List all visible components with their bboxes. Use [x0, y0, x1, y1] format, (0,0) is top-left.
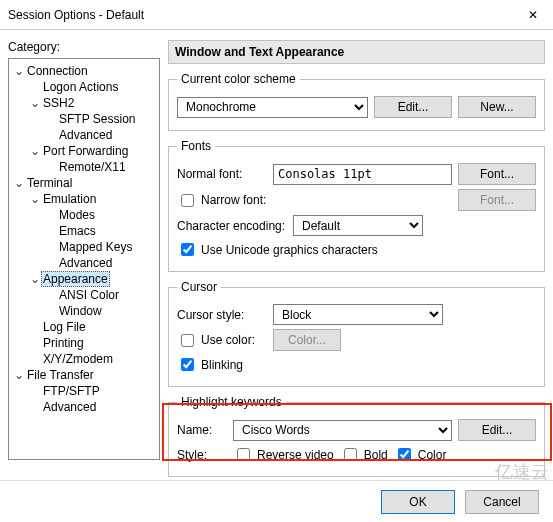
tree-item-ssh2[interactable]: ⌄SSH2 SFTP Session Advanced — [29, 95, 157, 143]
hl-name-select[interactable]: Cisco Words — [233, 420, 452, 441]
tree-item-ssh2-advanced[interactable]: Advanced — [45, 127, 157, 143]
cancel-button[interactable]: Cancel — [465, 490, 539, 514]
tree-item-window[interactable]: Window — [45, 303, 157, 319]
cursor-style-select[interactable]: Block — [273, 304, 443, 325]
highlight-legend: Highlight keywords — [177, 395, 286, 409]
tree-item-port-forwarding[interactable]: ⌄Port Forwarding Remote/X11 — [29, 143, 157, 175]
reverse-video-checkbox[interactable] — [237, 448, 250, 461]
tree-item-connection[interactable]: ⌄Connection Logon Actions ⌄SSH2 SFTP Ses… — [13, 63, 157, 175]
dialog-footer: OK Cancel — [0, 480, 553, 522]
use-color-label: Use color: — [201, 333, 255, 347]
tree-item-xyzmodem[interactable]: X/Y/Zmodem — [29, 351, 157, 367]
hl-style-label: Style: — [177, 448, 227, 462]
window-title: Session Options - Default — [8, 8, 521, 22]
dialog-content: Category: ⌄Connection Logon Actions ⌄SSH… — [0, 30, 553, 460]
category-label: Category: — [8, 40, 160, 54]
bold-checkbox[interactable] — [344, 448, 357, 461]
tree-item-emulation[interactable]: ⌄Emulation Modes Emacs Mapped Keys Advan… — [29, 191, 157, 271]
use-color-checkbox[interactable] — [181, 334, 194, 347]
title-bar: Session Options - Default ✕ — [0, 0, 553, 30]
narrow-font-button: Font... — [458, 189, 536, 211]
tree-item-terminal[interactable]: ⌄Terminal ⌄Emulation Modes Emacs Mapped … — [13, 175, 157, 367]
encoding-label: Character encoding: — [177, 219, 287, 233]
expand-icon[interactable]: ⌄ — [29, 191, 41, 207]
unicode-graphics-label: Use Unicode graphics characters — [201, 243, 378, 257]
expand-icon[interactable]: ⌄ — [29, 271, 41, 287]
tree-item-log-file[interactable]: Log File — [29, 319, 157, 335]
highlight-keywords-group: Highlight keywords Name: Cisco Words Edi… — [168, 395, 545, 477]
blinking-label: Blinking — [201, 358, 243, 372]
ok-button[interactable]: OK — [381, 490, 455, 514]
tree-item-printing[interactable]: Printing — [29, 335, 157, 351]
cursor-group: Cursor Cursor style: Block Use color: Co… — [168, 280, 545, 387]
hl-edit-button[interactable]: Edit... — [458, 419, 536, 441]
encoding-select[interactable]: Default — [293, 215, 423, 236]
tree-item-emu-advanced[interactable]: Advanced — [45, 255, 157, 271]
tree-item-remote-x11[interactable]: Remote/X11 — [45, 159, 157, 175]
tree-item-file-transfer[interactable]: ⌄File Transfer FTP/SFTP Advanced — [13, 367, 157, 415]
narrow-font-label: Narrow font: — [201, 193, 266, 207]
normal-font-label: Normal font: — [177, 167, 267, 181]
hl-name-label: Name: — [177, 423, 227, 437]
tree-item-ft-advanced[interactable]: Advanced — [29, 399, 157, 415]
cursor-color-button: Color... — [273, 329, 341, 351]
expand-icon[interactable]: ⌄ — [13, 63, 25, 79]
expand-icon[interactable]: ⌄ — [13, 175, 25, 191]
expand-icon[interactable]: ⌄ — [29, 143, 41, 159]
category-panel: Category: ⌄Connection Logon Actions ⌄SSH… — [8, 40, 160, 460]
tree-item-sftp-session[interactable]: SFTP Session — [45, 111, 157, 127]
cursor-style-label: Cursor style: — [177, 308, 267, 322]
tree-item-modes[interactable]: Modes — [45, 207, 157, 223]
tree-item-emacs[interactable]: Emacs — [45, 223, 157, 239]
tree-item-mapped-keys[interactable]: Mapped Keys — [45, 239, 157, 255]
unicode-graphics-checkbox[interactable] — [181, 243, 194, 256]
tree-item-ansi-color[interactable]: ANSI Color — [45, 287, 157, 303]
narrow-font-checkbox[interactable] — [181, 194, 194, 207]
edit-scheme-button[interactable]: Edit... — [374, 96, 452, 118]
normal-font-button[interactable]: Font... — [458, 163, 536, 185]
settings-panel: Window and Text Appearance Current color… — [168, 40, 545, 460]
blinking-checkbox[interactable] — [181, 358, 194, 371]
category-tree[interactable]: ⌄Connection Logon Actions ⌄SSH2 SFTP Ses… — [8, 58, 160, 460]
normal-font-display — [273, 164, 452, 185]
expand-icon[interactable]: ⌄ — [29, 95, 41, 111]
color-scheme-select[interactable]: Monochrome — [177, 97, 368, 118]
expand-icon[interactable]: ⌄ — [13, 367, 25, 383]
tree-item-ftp-sftp[interactable]: FTP/SFTP — [29, 383, 157, 399]
close-icon[interactable]: ✕ — [521, 8, 545, 22]
fonts-group: Fonts Normal font: Font... Narrow font: … — [168, 139, 545, 272]
color-checkbox[interactable] — [398, 448, 411, 461]
section-title: Window and Text Appearance — [168, 40, 545, 64]
fonts-legend: Fonts — [177, 139, 215, 153]
tree-item-appearance[interactable]: ⌄Appearance ANSI Color Window — [29, 271, 157, 319]
cursor-legend: Cursor — [177, 280, 221, 294]
color-scheme-legend: Current color scheme — [177, 72, 300, 86]
tree-item-logon-actions[interactable]: Logon Actions — [29, 79, 157, 95]
color-scheme-group: Current color scheme Monochrome Edit... … — [168, 72, 545, 131]
new-scheme-button[interactable]: New... — [458, 96, 536, 118]
